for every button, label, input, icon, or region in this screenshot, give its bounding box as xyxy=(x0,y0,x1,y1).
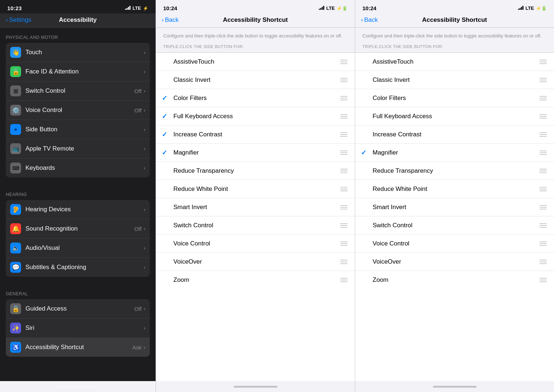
list-item[interactable]: ✓Magnifier xyxy=(156,144,355,162)
list-item[interactable]: ✓Increase Contrast xyxy=(156,125,355,144)
list-item[interactable]: Classic Invert xyxy=(355,71,554,89)
nav-title-mid: Accessibility Shortcut xyxy=(223,16,288,24)
drag-handle-icon[interactable] xyxy=(538,167,548,175)
list-item[interactable]: Reduce White Point xyxy=(355,180,554,198)
drag-handle-icon[interactable] xyxy=(339,258,349,265)
chevron-icon: › xyxy=(144,146,145,152)
nav-bar-right: ‹ Back Accessibility Shortcut xyxy=(355,13,554,28)
list-item[interactable]: Smart Invert xyxy=(355,198,554,216)
settings-item-voicecontrol[interactable]: ⚙️ Voice Control Off › xyxy=(6,101,150,120)
drag-handle-icon[interactable] xyxy=(538,222,548,229)
home-bar xyxy=(433,386,477,388)
drag-handle-icon[interactable] xyxy=(339,240,349,247)
nav-bar-left: ‹ Settings Accessibility xyxy=(0,13,156,28)
list-item[interactable]: Color Filters xyxy=(355,89,554,107)
settings-item-sidebutton[interactable]: ≡ Side Button › xyxy=(6,120,150,139)
shortcut-label: Color Filters xyxy=(373,95,538,102)
shortcut-label: Switch Control xyxy=(373,222,538,229)
drag-handle-icon[interactable] xyxy=(538,131,548,138)
signal-icon-mid xyxy=(319,5,324,11)
back-label-mid[interactable]: Back xyxy=(165,16,179,24)
drag-handle-icon[interactable] xyxy=(339,204,349,211)
drag-handle-icon[interactable] xyxy=(538,258,548,265)
settings-item-appletvremote[interactable]: 📺 Apple TV Remote › xyxy=(6,139,150,159)
list-item[interactable]: Reduce Transparency xyxy=(156,162,355,180)
list-item[interactable]: AssistiveTouch xyxy=(355,53,554,71)
list-item[interactable]: ✓Color Filters xyxy=(156,89,355,107)
list-item[interactable]: Reduce Transparency xyxy=(355,162,554,180)
chevron-icon: › xyxy=(144,245,145,251)
back-label-left[interactable]: Settings xyxy=(9,16,31,24)
list-item[interactable]: Voice Control xyxy=(156,235,355,253)
status-bar-right: 10:24 LTE ⚡🔋 xyxy=(355,0,554,13)
list-item[interactable]: VoiceOver xyxy=(355,253,554,271)
list-item[interactable]: ✓Full Keyboard Access xyxy=(156,107,355,125)
drag-handle-icon[interactable] xyxy=(538,276,548,284)
drag-handle-icon[interactable] xyxy=(339,131,349,138)
shortcut-label: Full Keyboard Access xyxy=(173,113,339,120)
settings-group-hearing: 🦻 Hearing Devices › 🔔 Sound Recognition … xyxy=(6,200,150,277)
back-label-right[interactable]: Back xyxy=(364,16,378,24)
list-item[interactable]: Smart Invert xyxy=(156,198,355,216)
chevron-icon: › xyxy=(144,49,145,55)
time-right: 10:24 xyxy=(362,5,376,11)
drag-handle-icon[interactable] xyxy=(339,95,349,102)
drag-handle-icon[interactable] xyxy=(339,276,349,284)
list-item[interactable]: Switch Control xyxy=(355,216,554,235)
drag-handle-icon[interactable] xyxy=(538,95,548,102)
list-item[interactable]: AssistiveTouch xyxy=(156,53,355,71)
drag-handle-icon[interactable] xyxy=(538,58,548,65)
settings-item-soundrecognition[interactable]: 🔔 Sound Recognition Off › xyxy=(6,219,150,239)
settings-item-accessibilityshortcut[interactable]: ♿ Accessibility Shortcut Ask › xyxy=(6,338,150,357)
shortcut-label: Reduce White Point xyxy=(173,185,339,193)
list-item[interactable]: Switch Control xyxy=(156,216,355,235)
check-icon: ✓ xyxy=(361,149,370,157)
lte-label-left: LTE xyxy=(132,5,141,11)
list-item[interactable]: VoiceOver xyxy=(156,253,355,271)
list-item[interactable]: Reduce White Point xyxy=(156,180,355,198)
section-label-right: TRIPLE-CLICK THE SIDE BUTTON FOR: xyxy=(362,44,443,49)
settings-item-guidedaccess[interactable]: 🔒 Guided Access Off › xyxy=(6,299,150,319)
settings-group-physical: 👋 Touch › 🔒 Face ID & Attention › ⊞ Swit… xyxy=(6,43,150,177)
settings-item-subtitles[interactable]: 💬 Subtitles & Captioning › xyxy=(6,258,150,277)
back-button-left[interactable]: ‹ Settings xyxy=(6,16,31,24)
list-item[interactable]: Voice Control xyxy=(355,235,554,253)
drag-handle-icon[interactable] xyxy=(339,58,349,65)
list-item[interactable]: Zoom xyxy=(355,271,554,289)
chevron-icon: › xyxy=(144,107,145,113)
drag-handle-icon[interactable] xyxy=(339,113,349,120)
drag-handle-icon[interactable] xyxy=(339,222,349,229)
check-icon: ✓ xyxy=(162,94,170,102)
back-button-mid[interactable]: ‹ Back xyxy=(162,16,178,24)
settings-item-faceid[interactable]: 🔒 Face ID & Attention › xyxy=(6,62,150,81)
drag-handle-icon[interactable] xyxy=(538,76,548,84)
settings-item-keyboards[interactable]: ⌨ Keyboards › xyxy=(6,159,150,177)
drag-handle-icon[interactable] xyxy=(339,76,349,84)
settings-item-hearingdevices[interactable]: 🦻 Hearing Devices › xyxy=(6,200,150,219)
drag-handle-icon[interactable] xyxy=(339,149,349,156)
voicecontrol-label: Voice Control xyxy=(25,107,135,114)
switchcontrol-icon: ⊞ xyxy=(10,85,21,96)
settings-item-siri[interactable]: ✨ Siri › xyxy=(6,319,150,338)
chevron-icon: › xyxy=(144,306,145,312)
settings-item-switchcontrol[interactable]: ⊞ Switch Control Off › xyxy=(6,81,150,101)
settings-item-audiovisual[interactable]: 🔈 Audio/Visual › xyxy=(6,239,150,258)
drag-handle-icon[interactable] xyxy=(538,204,548,211)
list-item[interactable]: Classic Invert xyxy=(156,71,355,89)
back-button-right[interactable]: ‹ Back xyxy=(361,16,378,24)
list-item[interactable]: Full Keyboard Access xyxy=(355,107,554,125)
drag-handle-icon[interactable] xyxy=(339,185,349,193)
drag-handle-icon[interactable] xyxy=(538,149,548,156)
drag-handle-icon[interactable] xyxy=(538,185,548,193)
list-item[interactable]: Zoom xyxy=(156,271,355,289)
drag-handle-icon[interactable] xyxy=(538,240,548,247)
settings-item-touch[interactable]: 👋 Touch › xyxy=(6,43,150,62)
description-text-mid: Configure and then triple-click the side… xyxy=(163,33,348,39)
list-item[interactable]: ✓Magnifier xyxy=(355,144,554,162)
accessibilityshortcut-value: Ask xyxy=(132,344,141,351)
drag-handle-icon[interactable] xyxy=(538,113,548,120)
list-item[interactable]: Increase Contrast xyxy=(355,125,554,144)
drag-handle-icon[interactable] xyxy=(339,167,349,175)
signal-icon-right xyxy=(518,5,523,11)
appletvremote-label: Apple TV Remote xyxy=(25,145,144,152)
